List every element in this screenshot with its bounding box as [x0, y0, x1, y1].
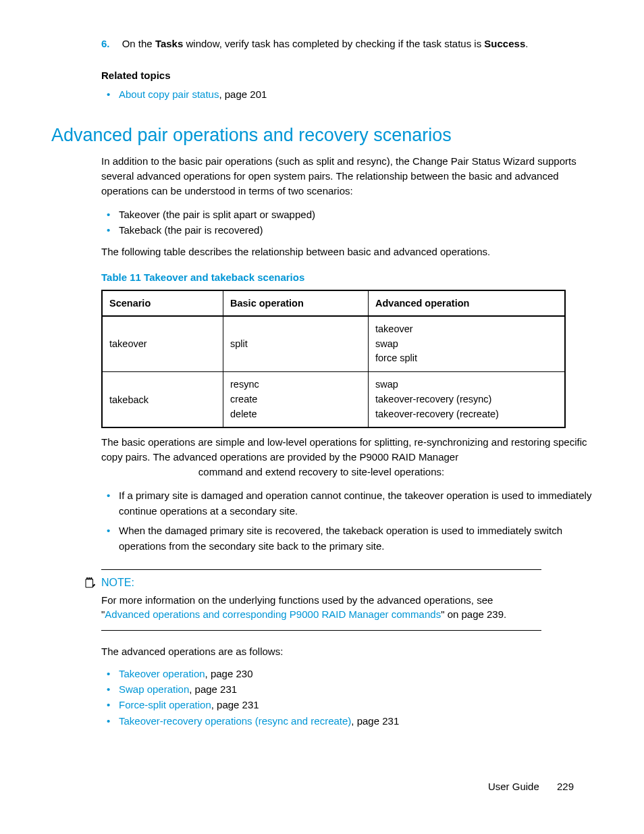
list-item: Takeover (the pair is split apart or swa…: [119, 207, 593, 222]
svg-rect-0: [86, 579, 93, 587]
advanced-operations-list: Takeover operation, page 230 Swap operat…: [101, 666, 593, 729]
step-text-window: Tasks: [155, 38, 183, 49]
related-topics-heading: Related topics: [101, 70, 593, 81]
site-points-list: If a primary site is damaged and operati…: [101, 488, 593, 554]
link-force-split-operation[interactable]: Force-split operation: [119, 699, 211, 710]
list-item: About copy pair status, page 201: [119, 86, 593, 102]
link-takeover-recovery-operations[interactable]: Takeover-recovery operations (resync and…: [119, 715, 351, 727]
step-6: 6. On the Tasks window, verify task has …: [101, 36, 593, 51]
table-header-row: Scenario Basic operation Advanced operat…: [102, 290, 565, 316]
step-text-status: Success: [484, 38, 525, 49]
list-item: Takeover-recovery operations (resync and…: [119, 713, 593, 729]
section-heading: Advanced pair operations and recovery sc…: [51, 125, 593, 146]
list-item: When the damaged primary site is recover…: [119, 523, 593, 554]
cell-advanced: takeover swap force split: [369, 316, 566, 372]
cell-basic: resync create delete: [223, 372, 369, 428]
page-ref: , page 201: [219, 88, 267, 100]
svg-point-2: [89, 577, 90, 579]
intro-paragraph: In addition to the basic pair operations…: [101, 154, 593, 198]
page-number: 229: [557, 781, 574, 792]
svg-point-3: [91, 577, 92, 579]
page-ref: , page 231: [351, 715, 399, 727]
note-label: NOTE:: [101, 577, 541, 589]
step-text-pre: On the: [122, 38, 155, 49]
after-table-paragraph: The basic operations are simple and low-…: [101, 435, 593, 479]
page-ref: , page 230: [205, 668, 253, 679]
table-row: takeback resync create delete swap takeo…: [102, 372, 565, 428]
col-advanced: Advanced operation: [369, 290, 566, 316]
link-advanced-operations-raid[interactable]: Advanced operations and corresponding P9…: [105, 608, 441, 620]
cell-basic: split: [223, 316, 369, 372]
list-item: Takeback (the pair is recovered): [119, 222, 593, 238]
col-basic: Basic operation: [223, 290, 369, 316]
step-text-mid: window, verify task has completed by che…: [183, 38, 484, 49]
list-item: If a primary site is damaged and operati…: [119, 488, 593, 519]
note-block: NOTE: For more information on the underl…: [101, 569, 541, 631]
cell-advanced: swap takeover-recovery (resync) takeover…: [369, 372, 566, 428]
table-row: takeover split takeover swap force split: [102, 316, 565, 372]
adv-ops-lead: The advanced operations are as follows:: [101, 644, 593, 659]
note-text: For more information on the underlying f…: [101, 593, 541, 623]
takeover-takeback-table: Scenario Basic operation Advanced operat…: [101, 290, 566, 429]
page-footer: User Guide 229: [488, 781, 574, 792]
step-number: 6.: [101, 38, 110, 49]
related-topics-list: About copy pair status, page 201: [101, 86, 593, 102]
table-lead-paragraph: The following table describes the relati…: [101, 244, 593, 259]
svg-point-1: [87, 577, 88, 579]
step-text-post: .: [525, 38, 528, 49]
col-scenario: Scenario: [102, 290, 223, 316]
table-caption: Table 11 Takeover and takeback scenarios: [101, 271, 593, 283]
link-swap-operation[interactable]: Swap operation: [119, 683, 189, 695]
list-item: Takeover operation, page 230: [119, 666, 593, 681]
link-about-copy-pair-status[interactable]: About copy pair status: [119, 88, 219, 100]
link-takeover-operation[interactable]: Takeover operation: [119, 668, 205, 679]
page-ref: , page 231: [189, 683, 237, 695]
list-item: Force-split operation, page 231: [119, 697, 593, 712]
page-ref: , page 231: [211, 699, 259, 710]
footer-label: User Guide: [488, 781, 539, 792]
list-item: Swap operation, page 231: [119, 681, 593, 697]
note-icon: [84, 577, 96, 592]
scenario-list: Takeover (the pair is split apart or swa…: [101, 207, 593, 238]
cell-scenario: takeback: [102, 372, 223, 428]
cell-scenario: takeover: [102, 316, 223, 372]
